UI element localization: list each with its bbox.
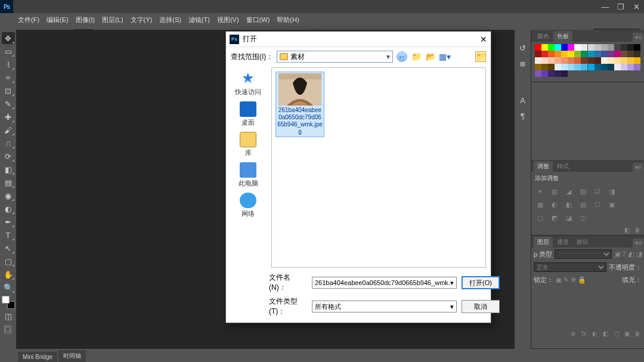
place-star[interactable]: ★快速访问 (229, 71, 267, 97)
history-icon[interactable]: ↺ (516, 42, 530, 54)
tool-eraser[interactable]: ◧ (2, 163, 15, 175)
swatch[interactable] (634, 51, 640, 57)
screenmode-icon[interactable]: ⿴ (2, 323, 15, 335)
swatch[interactable] (627, 57, 634, 64)
swatch[interactable] (621, 57, 627, 64)
swatch[interactable] (608, 57, 614, 64)
swatch[interactable] (588, 64, 595, 70)
tool-zoom[interactable]: 🔍 (2, 281, 15, 293)
filename-combo[interactable]: 261ba404eabee0a0650dc79d0665b946_wmk.▾ (312, 277, 457, 289)
tool-eyedropper[interactable]: ✎ (2, 98, 15, 110)
tool-hand[interactable]: ✋ (2, 268, 15, 280)
swatch[interactable] (581, 51, 587, 57)
swatch[interactable] (568, 57, 574, 64)
swatch[interactable] (561, 70, 568, 77)
swatch[interactable] (541, 51, 548, 57)
menu-item[interactable]: 文字(Y) (131, 16, 153, 24)
menu-item[interactable]: 图层(L) (102, 16, 123, 24)
color-tab-swatches[interactable]: 色板 (553, 31, 572, 42)
dialog-titlebar[interactable]: Ps 打开 ✕ (226, 32, 491, 47)
swatch[interactable] (555, 70, 561, 77)
swatch[interactable] (601, 64, 608, 70)
paragraph-icon[interactable]: ¶ (516, 110, 530, 122)
window-restore-icon[interactable]: ❐ (613, 1, 628, 13)
window-close-icon[interactable]: ✕ (628, 1, 644, 13)
layers-tab[interactable]: 图层 (534, 237, 553, 247)
swatch[interactable] (581, 64, 587, 70)
swatch[interactable] (621, 64, 627, 70)
swatch[interactable] (548, 44, 555, 51)
swatch[interactable] (574, 64, 581, 70)
tool-blur[interactable]: ◉ (2, 190, 15, 202)
file-item-selected[interactable]: 261ba404eabee0a0650dc79d0665b946_wmk.jpe… (275, 72, 324, 137)
swatch[interactable] (548, 51, 555, 57)
swatch[interactable] (541, 64, 548, 70)
menu-item[interactable]: 编辑(E) (47, 16, 69, 24)
swatch[interactable] (561, 64, 568, 70)
swatch[interactable] (614, 51, 621, 57)
tool-pen[interactable]: ✒ (2, 216, 15, 228)
styles-tab[interactable]: 样式 (553, 161, 572, 172)
panel-menu-icon[interactable]: ▾≡ (633, 33, 644, 42)
window-minimize-icon[interactable]: — (597, 1, 613, 13)
panel-menu-icon[interactable]: ▾≡ (633, 239, 644, 247)
panel-menu-icon[interactable]: ▾≡ (633, 163, 644, 172)
tool-history-brush[interactable]: ⟳ (2, 150, 15, 162)
swatch[interactable] (548, 57, 555, 64)
tab-timeline[interactable]: 时间轴 (58, 350, 86, 362)
tool-type[interactable]: T (2, 229, 15, 241)
swatch[interactable] (627, 64, 634, 70)
menu-item[interactable]: 窗口(W) (246, 16, 270, 24)
swatch[interactable] (634, 64, 640, 70)
swatch[interactable] (595, 51, 601, 57)
lookin-combo[interactable]: 素材 ▾ (277, 51, 393, 63)
swatch[interactable] (555, 64, 561, 70)
new-folder-icon[interactable]: 📁 (475, 51, 486, 62)
swatch[interactable] (608, 44, 614, 51)
swatch[interactable] (581, 44, 587, 51)
swatch[interactable] (555, 51, 561, 57)
swatch[interactable] (601, 57, 608, 64)
menu-item[interactable]: 文件(F) (18, 16, 39, 24)
view-menu-icon[interactable]: ▦▾ (439, 51, 450, 62)
nav-up-icon[interactable]: 📁 (411, 51, 422, 62)
tool-shape[interactable]: ▢ (2, 255, 15, 267)
tool-crop[interactable]: ⊡ (2, 85, 15, 97)
tool-heal[interactable]: ✚ (2, 111, 15, 123)
swatch[interactable] (561, 57, 568, 64)
blend-mode[interactable]: 正常 (534, 262, 606, 272)
swatch[interactable] (568, 64, 574, 70)
properties-icon[interactable]: ≣ (516, 57, 530, 69)
swatch[interactable] (568, 44, 574, 51)
nav-recent-icon[interactable]: 📂 (425, 51, 436, 62)
place-net[interactable]: 网络 (229, 193, 267, 218)
menu-item[interactable]: 帮助(H) (277, 16, 299, 24)
swatches-grid[interactable] (535, 44, 640, 77)
place-desktop[interactable]: 桌面 (229, 101, 267, 127)
swatch[interactable] (627, 44, 634, 51)
swatch[interactable] (574, 51, 581, 57)
swatch[interactable] (634, 57, 640, 64)
swatch[interactable] (555, 44, 561, 51)
place-lib[interactable]: 库 (229, 132, 267, 157)
paths-tab[interactable]: 路径 (573, 237, 592, 247)
swatch[interactable] (535, 70, 541, 77)
nav-back-icon[interactable]: ← (397, 51, 407, 62)
swatch[interactable] (548, 70, 555, 77)
tool-marquee[interactable]: ▭ (2, 45, 15, 57)
dialog-close-icon[interactable]: ✕ (480, 35, 487, 44)
swatch[interactable] (588, 51, 595, 57)
swatch[interactable] (621, 44, 627, 51)
adjustments-tab[interactable]: 调整 (534, 161, 553, 172)
place-pc[interactable]: 此电脑 (229, 162, 267, 188)
channels-tab[interactable]: 通道 (553, 237, 572, 247)
tool-move[interactable]: ✥ (2, 32, 15, 44)
cancel-button[interactable]: 取消 (462, 300, 500, 313)
swatch[interactable] (588, 44, 595, 51)
swatch[interactable] (581, 57, 587, 64)
swatch[interactable] (561, 44, 568, 51)
swatch[interactable] (608, 51, 614, 57)
swatch[interactable] (548, 64, 555, 70)
menu-item[interactable]: 图像(I) (76, 16, 95, 24)
swatch[interactable] (634, 44, 640, 51)
